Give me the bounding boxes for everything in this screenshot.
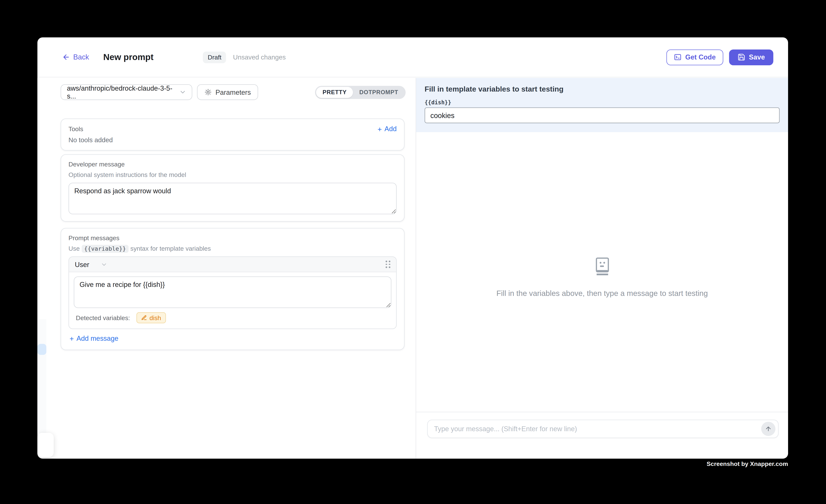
detected-variables-row: Detected variables: dish [69, 308, 396, 328]
back-button[interactable]: Back [62, 53, 89, 61]
arrow-up-icon [765, 425, 772, 432]
model-row: aws/anthropic/bedrock-claude-3-5-s... Pa… [61, 84, 406, 100]
pencil-icon [141, 315, 147, 321]
model-selector-value: aws/anthropic/bedrock-claude-3-5-s... [67, 84, 179, 100]
chevron-down-icon[interactable] [101, 261, 108, 267]
status-badge: Draft [203, 51, 226, 63]
arrow-left-icon [62, 53, 70, 61]
view-mode-toggle: PRETTY DOTPROMPT [315, 85, 406, 99]
model-selector[interactable]: aws/anthropic/bedrock-claude-3-5-s... [61, 84, 192, 100]
prompt-messages-panel: Prompt messages Use {{variable}} syntax … [61, 228, 405, 350]
chat-divider [416, 412, 788, 412]
variable-name-label: {{dish}} [425, 99, 780, 106]
detected-variables-label: Detected variables: [76, 314, 130, 321]
developer-message-subtitle: Optional system instructions for the mod… [68, 171, 397, 179]
message-item: User Give me a recipe for {{dish}} Detec… [68, 256, 397, 329]
developer-message-panel: Developer message Optional system instru… [61, 154, 405, 222]
parameters-label: Parameters [216, 88, 251, 96]
template-variables-box: Fill in template variables to start test… [416, 78, 788, 132]
add-message-button[interactable]: + Add message [68, 334, 118, 342]
background-panel-sliver [37, 319, 46, 433]
test-column: Fill in template variables to start test… [416, 78, 788, 458]
save-button[interactable]: Save [729, 49, 773, 65]
variable-value-input[interactable] [425, 107, 780, 123]
chevron-down-icon [179, 88, 187, 96]
plus-icon: + [377, 125, 382, 132]
chat-input-bar [427, 420, 779, 438]
toggle-pretty[interactable]: PRETTY [316, 87, 353, 98]
chat-empty-text: Fill in the variables above, then type a… [416, 289, 788, 298]
header-actions: Get Code Save [666, 49, 773, 65]
prompt-messages-title: Prompt messages [68, 234, 397, 242]
parameters-button[interactable]: Parameters [197, 84, 258, 100]
tools-panel: Tools + Add No tools added [61, 118, 405, 150]
variable-chip-dish[interactable]: dish [136, 312, 166, 323]
editor-column: aws/anthropic/bedrock-claude-3-5-s... Pa… [37, 78, 416, 458]
gear-icon [204, 88, 212, 96]
drag-handle-icon[interactable] [386, 261, 390, 268]
prompt-editor-window: Back New prompt Draft Unsaved changes Ge… [37, 37, 788, 458]
variable-syntax-code: {{variable}} [81, 245, 129, 253]
get-code-label: Get Code [685, 53, 716, 61]
chat-empty-state: Fill in the variables above, then type a… [416, 257, 788, 298]
watermark-text: Screenshot by Xnapper.com [707, 461, 788, 467]
get-code-button[interactable]: Get Code [666, 49, 723, 65]
developer-message-textarea[interactable]: Respond as jack sparrow would [68, 183, 397, 214]
unsaved-changes-text: Unsaved changes [233, 54, 286, 61]
tools-title: Tools [68, 125, 83, 132]
prompt-messages-hint: Use {{variable}} syntax for template var… [68, 245, 397, 252]
template-variables-title: Fill in template variables to start test… [425, 85, 780, 93]
robot-face-icon [595, 257, 609, 275]
message-header: User [69, 257, 396, 272]
add-tool-label: Add [385, 125, 397, 133]
plus-icon: + [69, 334, 74, 342]
add-message-label: Add message [76, 334, 118, 342]
role-select-value: User [75, 260, 89, 268]
developer-message-title: Developer message [68, 161, 397, 168]
hint-suffix: syntax for template variables [130, 245, 211, 252]
chat-message-input[interactable] [428, 420, 761, 438]
toggle-dotprompt[interactable]: DOTPROMPT [353, 87, 405, 98]
send-message-button[interactable] [761, 422, 775, 436]
page-title: New prompt [103, 52, 154, 62]
message-body: Give me a recipe for {{dish}} [69, 272, 396, 308]
background-popover-sliver [37, 433, 54, 457]
hint-prefix: Use [68, 245, 80, 252]
back-label: Back [73, 53, 89, 61]
save-floppy-icon [738, 53, 745, 61]
background-panel-highlight [37, 344, 46, 355]
add-tool-button[interactable]: + Add [377, 125, 397, 133]
header: Back New prompt Draft Unsaved changes Ge… [37, 37, 788, 77]
message-textarea[interactable]: Give me a recipe for {{dish}} [74, 276, 392, 308]
terminal-icon [674, 53, 682, 61]
screen: Back New prompt Draft Unsaved changes Ge… [0, 0, 826, 504]
tools-empty-text: No tools added [68, 136, 397, 144]
variable-chip-label: dish [150, 314, 161, 321]
save-label: Save [749, 53, 765, 61]
